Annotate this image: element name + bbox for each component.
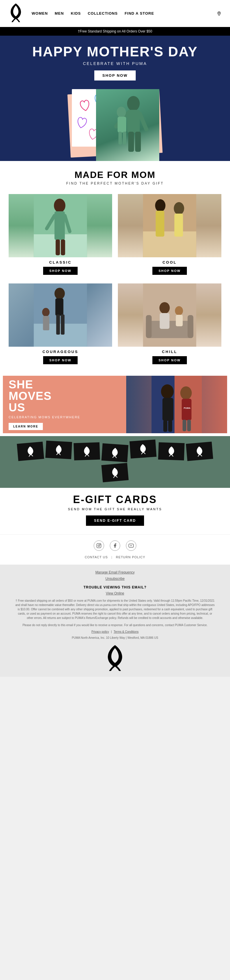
hero-title: HAPPY MOTHER'S DAY <box>11 44 219 59</box>
puma-logo[interactable] <box>9 3 23 23</box>
made-for-mom-section: MADE FOR MOM FIND THE PERFECT MOTHER'S D… <box>0 161 230 191</box>
product-cool: COOL SHOP NOW <box>115 191 224 281</box>
she-moves-left: SHE MOVES US CELEBRATING MOMS EVERYWHERE… <box>3 376 126 433</box>
footer-address: PUMA North America, Inc. 10 Liberty Way … <box>6 636 224 640</box>
cool-photo <box>118 194 221 257</box>
egift-card-4 <box>102 443 128 462</box>
chill-label: CHILL <box>162 350 177 354</box>
svg-rect-44 <box>168 420 172 432</box>
footer-puma-logo <box>6 645 224 671</box>
classic-shop-button[interactable]: SHOP NOW <box>43 267 78 275</box>
svg-rect-46 <box>182 399 192 420</box>
svg-rect-38 <box>176 315 183 326</box>
hero-image-area <box>11 86 219 161</box>
shipping-banner: †Free Standard Shipping on All Orders Ov… <box>0 27 230 36</box>
reporter-text: Please do not reply directly to this ema… <box>14 623 216 627</box>
svg-point-29 <box>42 308 50 317</box>
cool-shop-button[interactable]: SHOP NOW <box>152 267 187 275</box>
made-for-mom-subtitle: FIND THE PERFECT MOTHER'S DAY GIFT <box>6 181 224 185</box>
svg-point-25 <box>55 288 65 299</box>
svg-rect-20 <box>156 211 165 237</box>
hero-subtitle: CELEBRATE WITH PUMA <box>11 61 219 66</box>
nav-links: WOMEN MEN KIDS COLLECTIONS FIND A STORE <box>32 11 154 16</box>
disclaimer-text: † Free standard shipping on all orders o… <box>14 598 216 620</box>
nav-find-store[interactable]: FIND A STORE <box>124 11 154 16</box>
hero-photo <box>96 89 159 161</box>
footer-links: CONTACT US | RETURN POLICY <box>6 555 224 559</box>
egift-card-1 <box>17 442 44 461</box>
terms-link[interactable]: Terms & Conditions <box>114 630 139 633</box>
courageous-photo <box>9 283 112 347</box>
classic-label: CLASSIC <box>49 260 71 264</box>
svg-rect-5 <box>128 132 134 152</box>
nav-collections[interactable]: COLLECTIONS <box>88 11 117 16</box>
shipping-text: Free Standard Shipping on All Orders Ove… <box>79 29 152 33</box>
youtube-icon[interactable] <box>126 541 136 551</box>
egift-card-5 <box>129 439 156 458</box>
svg-rect-48 <box>182 420 186 431</box>
svg-rect-33 <box>146 315 152 338</box>
svg-rect-32 <box>146 321 194 338</box>
social-icons <box>6 541 224 551</box>
location-icon-area[interactable] <box>217 11 221 16</box>
svg-rect-28 <box>61 315 65 335</box>
hero-silhouette <box>96 89 159 161</box>
svg-rect-50 <box>97 543 101 548</box>
privacy-links: Privacy policy | Terms & Conditions <box>6 630 224 633</box>
chill-shop-button[interactable]: SHOP NOW <box>152 356 187 364</box>
contact-us-link[interactable]: CONTACT US <box>85 555 108 559</box>
svg-point-35 <box>160 302 170 313</box>
egift-banner <box>0 436 230 488</box>
svg-point-45 <box>180 387 192 399</box>
svg-rect-22 <box>174 213 183 237</box>
svg-line-4 <box>140 113 146 129</box>
instagram-icon[interactable] <box>94 541 104 551</box>
nav-women[interactable]: WOMEN <box>32 11 48 16</box>
egift-card-2 <box>45 441 72 459</box>
svg-point-19 <box>155 199 166 212</box>
svg-rect-27 <box>56 315 60 335</box>
product-grid: CLASSIC SHOP NOW COOL SHOP NOW <box>3 191 227 370</box>
svg-rect-18 <box>143 231 197 257</box>
return-policy-link[interactable]: RETURN POLICY <box>116 555 145 559</box>
svg-point-41 <box>161 384 174 399</box>
chill-photo <box>118 283 221 347</box>
nav-men[interactable]: MEN <box>55 11 64 16</box>
egift-card-7 <box>186 442 213 461</box>
she-moves-learn-more-button[interactable]: LEARN MORE <box>9 423 43 430</box>
facebook-icon[interactable] <box>110 541 120 551</box>
hero-section: HAPPY MOTHER'S DAY CELEBRATE WITH PUMA S… <box>0 36 230 161</box>
hero-shop-now-button[interactable]: SHOP NOW <box>94 70 136 81</box>
she-moves-subtitle: CELEBRATING MOMS EVERYWHERE <box>9 415 121 419</box>
unsubscribe-link[interactable]: Unsubscribe <box>106 577 125 581</box>
svg-point-37 <box>175 306 183 315</box>
she-moves-right-photo: PUMA <box>126 376 227 433</box>
nav-kids[interactable]: KIDS <box>71 11 81 16</box>
view-online-link[interactable]: View Online <box>106 591 124 595</box>
svg-rect-8 <box>117 117 126 132</box>
privacy-policy-link[interactable]: Privacy policy <box>91 630 109 633</box>
svg-rect-43 <box>163 420 167 432</box>
courageous-shop-button[interactable]: SHOP NOW <box>43 356 78 364</box>
svg-rect-6 <box>135 132 141 152</box>
navbar: WOMEN MEN KIDS COLLECTIONS FIND A STORE <box>0 0 230 27</box>
cool-label: COOL <box>162 260 177 264</box>
svg-point-1 <box>127 96 140 111</box>
svg-rect-30 <box>43 316 49 330</box>
svg-point-21 <box>174 202 184 215</box>
trouble-viewing-title: TROUBLE VIEWING THIS EMAIL? <box>6 585 224 589</box>
footer-email-links: Manage Email Frequency Unsubscribe <box>6 570 224 581</box>
egift-card-6 <box>158 442 185 460</box>
egift-send-button[interactable]: SEND E-GIFT CARD <box>86 515 144 526</box>
egift-section: E-GIFT CARDS SEND MOM THE GIFT SHE REALL… <box>0 436 230 535</box>
courageous-label: COURAGEOUS <box>43 350 78 354</box>
svg-rect-42 <box>162 398 173 421</box>
svg-rect-26 <box>56 298 63 316</box>
svg-text:PUMA: PUMA <box>184 407 190 409</box>
svg-rect-16 <box>61 239 65 255</box>
svg-point-13 <box>54 199 65 212</box>
egift-card-3 <box>74 442 100 460</box>
footer: Manage Email Frequency Unsubscribe TROUB… <box>0 565 230 677</box>
egift-title: E-GIFT CARDS <box>0 493 230 506</box>
manage-email-link[interactable]: Manage Email Frequency <box>95 570 135 574</box>
